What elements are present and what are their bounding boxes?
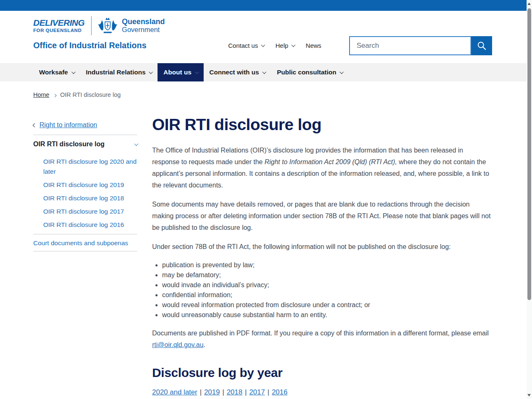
disclosure-log-by-year-heading: Disclosure log by year (152, 366, 492, 380)
sidebar-item-log-2016[interactable]: OIR RTI disclosure log 2016 (43, 221, 124, 228)
delivering-for-queensland-logo: DELIVERING FOR QUEENSLAND (33, 18, 84, 33)
list-item: OIR RTI disclosure log 2016 (43, 220, 137, 230)
exclusions-list: publication is prevented by law; may be … (152, 260, 492, 320)
header-utility-links: Contact us Help News (228, 42, 321, 49)
chevron-left-icon (33, 123, 37, 127)
sidebar-item-log-2017[interactable]: OIR RTI disclosure log 2017 (43, 208, 124, 215)
scroll-down-arrow-icon[interactable] (527, 394, 531, 397)
sidebar-section-oir-rti-disclosure-log[interactable]: OIR RTI disclosure log (33, 140, 137, 148)
list-item: would reveal information protected from … (162, 300, 492, 310)
page-title: OIR RTI disclosure log (152, 116, 492, 134)
sidebar-sublist: OIR RTI disclosure log 2020 and later OI… (33, 157, 137, 230)
section-78b-paragraph: Under section 78B of the RTI Act, the fo… (152, 241, 492, 253)
sidebar-divider (33, 234, 137, 234)
list-item: OIR RTI disclosure log 2018 (43, 193, 137, 203)
logo-line1: DELIVERING (33, 18, 84, 27)
sidebar-item-court-documents[interactable]: Court documents and subpoenas (33, 239, 137, 247)
search-button[interactable] (471, 36, 492, 55)
nav-item-public-consultation[interactable]: Public consultation (271, 63, 348, 81)
redactions-paragraph: Some documents may have details removed,… (152, 199, 492, 234)
top-accent-bar (0, 0, 527, 11)
site-title[interactable]: Office of Industrial Relations (33, 41, 146, 50)
nav-item-industrial-relations[interactable]: Industrial Relations (80, 63, 158, 81)
search-input[interactable] (349, 36, 471, 55)
pipe-separator: | (267, 388, 269, 396)
sidebar-section-label: OIR RTI disclosure log (33, 140, 105, 148)
pdf-after: . (204, 341, 205, 348)
list-item: OIR RTI disclosure log 2020 and later (43, 157, 137, 177)
qg-line2: Government (122, 26, 165, 34)
nav-label: Industrial Relations (86, 69, 146, 76)
pipe-separator: | (222, 388, 224, 396)
contact-us-label: Contact us (228, 42, 258, 49)
act-title-italic: Right to Information Act 2009 (Qld) (RTI… (264, 158, 397, 165)
back-link-label: Right to information (39, 121, 97, 129)
list-item: confidential information; (162, 290, 492, 300)
breadcrumb-home-link[interactable]: Home (33, 91, 49, 98)
chevron-right-icon (54, 91, 56, 98)
sidebar-divider (33, 135, 137, 135)
chevron-down-icon (134, 142, 138, 146)
intro-paragraph: The Office of Industrial Relations (OIR)… (152, 145, 492, 191)
news-link[interactable]: News (306, 42, 322, 49)
year-link-2017[interactable]: 2017 (249, 388, 265, 396)
nav-item-worksafe[interactable]: Worksafe (33, 63, 80, 81)
list-item: would unreasonably cause substantial har… (162, 310, 492, 320)
nav-label: Worksafe (39, 69, 68, 76)
scrollbar-thumb[interactable] (527, 8, 531, 300)
chevron-down-icon (340, 70, 344, 74)
pdf-before: Documents are published in PDF format. I… (152, 330, 489, 337)
chevron-down-icon (149, 70, 153, 74)
queensland-coat-of-arms-icon (98, 16, 118, 36)
pipe-separator: | (245, 388, 246, 396)
year-links: 2020 and later|2019|2018|2017|2016 (152, 388, 492, 397)
header-logo[interactable]: DELIVERING FOR QUEENSLAND Queensland Gov… (33, 16, 165, 36)
chevron-down-icon (291, 43, 296, 47)
sidebar: Right to information OIR RTI disclosure … (33, 121, 137, 251)
year-link-2016[interactable]: 2016 (272, 388, 288, 396)
year-link-2020-and-later[interactable]: 2020 and later (152, 388, 197, 396)
qg-line1: Queensland (122, 18, 165, 26)
nav-label: Public consultation (277, 69, 336, 76)
primary-nav: Worksafe Industrial Relations About us C… (0, 63, 527, 81)
logo-divider (91, 16, 92, 35)
help-label: Help (276, 42, 288, 49)
sidebar-item-log-2019[interactable]: OIR RTI disclosure log 2019 (43, 181, 124, 188)
scroll-up-arrow-icon[interactable] (527, 2, 531, 5)
sidebar-item-log-2020-and-later[interactable]: OIR RTI disclosure log 2020 and later (43, 158, 137, 175)
breadcrumb: Home OIR RTI disclosure log (33, 91, 121, 98)
list-item: would invade an individual’s privacy; (162, 280, 492, 290)
queensland-government-wordmark: Queensland Government (122, 18, 165, 33)
nav-item-connect-with-us[interactable]: Connect with us (204, 63, 271, 81)
pipe-separator: | (200, 388, 202, 396)
list-item: OIR RTI disclosure log 2019 (43, 180, 137, 190)
list-item: may be defamatory; (162, 270, 492, 280)
rti-email-link[interactable]: rti@oir.qld.gov.au (152, 341, 204, 348)
news-label: News (306, 42, 322, 49)
logo-line2: FOR QUEENSLAND (33, 27, 84, 33)
search-icon (477, 41, 487, 51)
sidebar-divider (33, 251, 137, 251)
page: DELIVERING FOR QUEENSLAND Queensland Gov… (0, 0, 527, 399)
year-link-2019[interactable]: 2019 (204, 388, 220, 396)
chevron-down-icon (262, 70, 266, 74)
sidebar-item-log-2018[interactable]: OIR RTI disclosure log 2018 (43, 195, 124, 202)
year-link-2018[interactable]: 2018 (227, 388, 242, 396)
main-content: OIR RTI disclosure log The Office of Ind… (152, 116, 492, 397)
chevron-down-icon (195, 70, 199, 74)
chevron-down-icon (71, 70, 75, 74)
chevron-down-icon (261, 43, 265, 47)
vertical-scrollbar[interactable] (527, 0, 532, 399)
nav-item-about-us[interactable]: About us (158, 63, 203, 81)
pdf-format-paragraph: Documents are published in PDF format. I… (152, 328, 492, 351)
list-item: publication is prevented by law; (162, 260, 492, 270)
breadcrumb-current: OIR RTI disclosure log (60, 91, 121, 98)
sidebar-back-link-right-to-information[interactable]: Right to information (33, 121, 137, 129)
nav-label: About us (163, 69, 191, 76)
nav-label: Connect with us (209, 69, 259, 76)
help-link[interactable]: Help (276, 42, 294, 49)
contact-us-link[interactable]: Contact us (228, 42, 264, 49)
list-item: OIR RTI disclosure log 2017 (43, 207, 137, 217)
